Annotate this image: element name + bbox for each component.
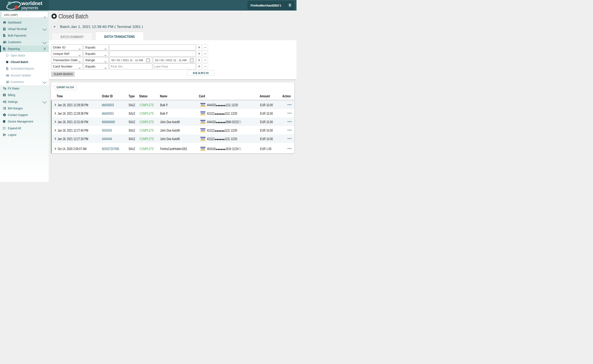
svg-text:VISA: VISA bbox=[201, 137, 205, 140]
svg-text:VISA: VISA bbox=[201, 112, 205, 115]
svg-text:3: 3 bbox=[3, 109, 4, 110]
svg-text:VISA: VISA bbox=[201, 148, 205, 150]
svg-text:?: ? bbox=[4, 114, 5, 116]
svg-text:$: $ bbox=[4, 94, 5, 96]
svg-text:VISA: VISA bbox=[201, 104, 205, 106]
svg-text:VISA: VISA bbox=[201, 121, 205, 123]
svg-text:VISA: VISA bbox=[201, 129, 205, 131]
